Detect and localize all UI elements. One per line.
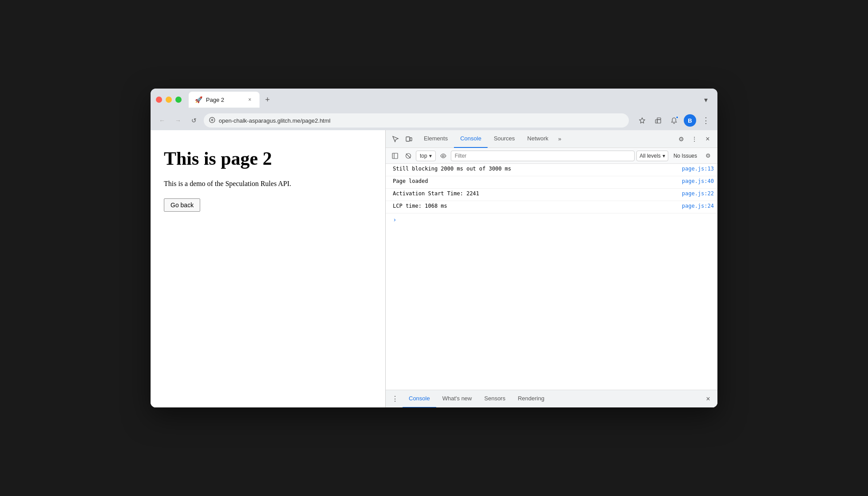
tab-close-button[interactable]: × [246, 96, 253, 103]
svg-rect-6 [657, 120, 661, 123]
traffic-lights [156, 97, 182, 103]
page-title: This is page 2 [164, 148, 372, 169]
devtools-tabs: Elements Console Sources Network » [418, 130, 674, 148]
browser-content: This is page 2 This is a demo of the Spe… [151, 130, 717, 407]
browser-window: 🚀 Page 2 × + ▾ ← → ↺ open-chalk-asparagu… [151, 89, 717, 407]
extension-button[interactable] [652, 114, 664, 127]
tab-sources[interactable]: Sources [488, 130, 521, 148]
devtools-more-options[interactable]: ⋮ [688, 133, 701, 145]
console-output: Still blocking 2000 ms out of 3000 ms pa… [386, 164, 717, 390]
tab-dropdown-button[interactable]: ▾ [700, 93, 712, 106]
drawer-tabs: Console What's new Sensors Rendering [403, 390, 702, 408]
tab-title: Page 2 [206, 97, 243, 103]
svg-rect-9 [392, 153, 398, 159]
console-context-selector[interactable]: top ▾ [416, 151, 436, 161]
no-issues-label: No Issues [670, 153, 701, 159]
url-bar[interactable]: open-chalk-asparagus.glitch.me/page2.htm… [204, 113, 629, 128]
all-levels-selector[interactable]: All levels ▾ [636, 151, 668, 161]
active-tab[interactable]: 🚀 Page 2 × [189, 92, 260, 108]
notifications-button[interactable] [668, 114, 680, 127]
log-source-3[interactable]: page.js:24 [682, 203, 714, 209]
devtools-settings-button[interactable]: ⚙ [675, 133, 687, 145]
svg-point-13 [442, 155, 444, 157]
url-actions: B ⋮ [636, 114, 712, 127]
devtools-panel: Elements Console Sources Network » ⚙ ⋮ × [385, 130, 717, 407]
minimize-traffic-light[interactable] [166, 97, 172, 103]
log-source-2[interactable]: page.js:22 [682, 190, 714, 197]
tab-elements[interactable]: Elements [418, 130, 454, 148]
all-levels-arrow: ▾ [663, 153, 665, 159]
address-bar: ← → ↺ open-chalk-asparagus.glitch.me/pag… [151, 111, 717, 130]
log-source-1[interactable]: page.js:40 [682, 178, 714, 184]
svg-rect-7 [406, 137, 410, 141]
drawer-tab-rendering[interactable]: Rendering [512, 390, 550, 408]
new-tab-button[interactable]: + [261, 93, 274, 106]
log-entry-0: Still blocking 2000 ms out of 3000 ms pa… [386, 164, 717, 176]
drawer-close-button[interactable]: × [702, 393, 714, 405]
page-content: This is page 2 This is a demo of the Spe… [151, 130, 385, 407]
all-levels-label: All levels [639, 153, 660, 159]
console-filter-input[interactable] [451, 151, 635, 161]
devtools-more-tabs[interactable]: » [554, 136, 565, 142]
inspect-element-button[interactable] [389, 133, 402, 145]
console-context-label: top [420, 153, 427, 159]
devtools-toolbar: Elements Console Sources Network » ⚙ ⋮ × [386, 130, 717, 148]
log-message-3: LCP time: 1068 ms [393, 203, 682, 209]
profile-button[interactable]: B [684, 114, 696, 127]
log-message-2: Activation Start Time: 2241 [393, 190, 682, 197]
forward-button[interactable]: → [172, 114, 184, 127]
console-chevron-icon: › [393, 216, 396, 223]
console-settings-button[interactable]: ⚙ [702, 150, 714, 162]
devtools-drawer: ⋮ Console What's new Sensors Rendering [386, 390, 717, 407]
console-context-arrow: ▾ [429, 153, 432, 159]
url-text: open-chalk-asparagus.glitch.me/page2.htm… [219, 117, 624, 124]
close-traffic-light[interactable] [156, 97, 162, 103]
console-toolbar: top ▾ All levels ▾ No Issues ⚙ [386, 148, 717, 164]
svg-rect-5 [657, 118, 661, 120]
title-bar: 🚀 Page 2 × + ▾ [151, 89, 717, 111]
log-source-0[interactable]: page.js:13 [682, 166, 714, 172]
log-message-0: Still blocking 2000 ms out of 3000 ms [393, 166, 682, 172]
log-entry-1: Page loaded page.js:40 [386, 176, 717, 189]
drawer-tab-sensors[interactable]: Sensors [478, 390, 512, 408]
device-mode-button[interactable] [403, 133, 415, 145]
tab-bar: 🚀 Page 2 × + [189, 92, 696, 108]
bookmark-button[interactable] [636, 114, 648, 127]
log-message-1: Page loaded [393, 178, 682, 184]
tab-console[interactable]: Console [454, 130, 488, 148]
drawer-menu-button[interactable]: ⋮ [389, 393, 401, 405]
devtools-close-button[interactable]: × [701, 133, 714, 145]
go-back-button[interactable]: Go back [164, 198, 200, 212]
security-icon [209, 117, 215, 124]
maximize-traffic-light[interactable] [175, 97, 182, 103]
log-entry-2: Activation Start Time: 2241 page.js:22 [386, 189, 717, 201]
back-button[interactable]: ← [156, 114, 168, 127]
drawer-tab-whats-new[interactable]: What's new [436, 390, 478, 408]
tab-favicon: 🚀 [195, 96, 202, 103]
page-description: This is a demo of the Speculation Rules … [164, 180, 372, 188]
browser-menu-button[interactable]: ⋮ [700, 114, 712, 127]
tab-network[interactable]: Network [521, 130, 555, 148]
console-clear-button[interactable] [403, 150, 414, 162]
console-prompt-line: › [386, 213, 717, 226]
reload-button[interactable]: ↺ [188, 114, 200, 127]
log-entry-3: LCP time: 1068 ms page.js:24 [386, 201, 717, 213]
svg-rect-8 [410, 138, 412, 141]
console-sidebar-button[interactable] [389, 150, 401, 162]
drawer-tab-console[interactable]: Console [403, 390, 436, 408]
console-eye-button[interactable] [438, 150, 449, 162]
svg-marker-3 [639, 118, 645, 123]
